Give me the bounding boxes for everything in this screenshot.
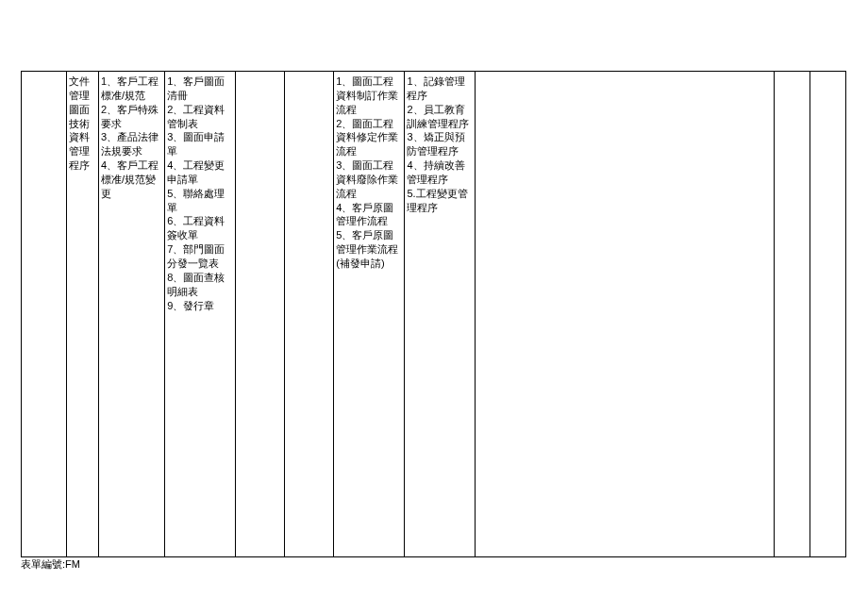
cell-8: 1、記錄管理程序2、員工教育訓練管理程序3、矯正與預防管理程序4、持續改善管理程…: [405, 72, 476, 557]
cell-11: [810, 72, 845, 557]
cell-3: 1、客戶工程標准/規范2、客戶特殊要求3、產品法律法規要求4、客戶工程標准/規范…: [99, 72, 165, 557]
main-table: 文件管理圖面技術資料管理程序 1、客戶工程標准/規范2、客戶特殊要求3、產品法律…: [21, 71, 846, 557]
form-number-label: 表單編號:FM: [21, 557, 80, 572]
document-page: 文件管理圖面技術資料管理程序 1、客戶工程標准/規范2、客戶特殊要求3、產品法律…: [0, 0, 868, 614]
cell-4: 1、客戶圖面清冊2、工程資料管制表3、圖面申請單4、工程變更申請單5、聯絡處理單…: [165, 72, 236, 557]
cell-2: 文件管理圖面技術資料管理程序: [67, 72, 99, 557]
table-row: 文件管理圖面技術資料管理程序 1、客戶工程標准/規范2、客戶特殊要求3、產品法律…: [22, 72, 846, 557]
cell-7: 1、圖面工程資料制訂作業流程2、圖面工程資料修定作業流程3、圖面工程資料廢除作業…: [334, 72, 405, 557]
cell-6: [285, 72, 334, 557]
cell-5: [236, 72, 285, 557]
cell-9: [476, 72, 774, 557]
cell-10: [774, 72, 810, 557]
cell-1: [22, 72, 67, 557]
